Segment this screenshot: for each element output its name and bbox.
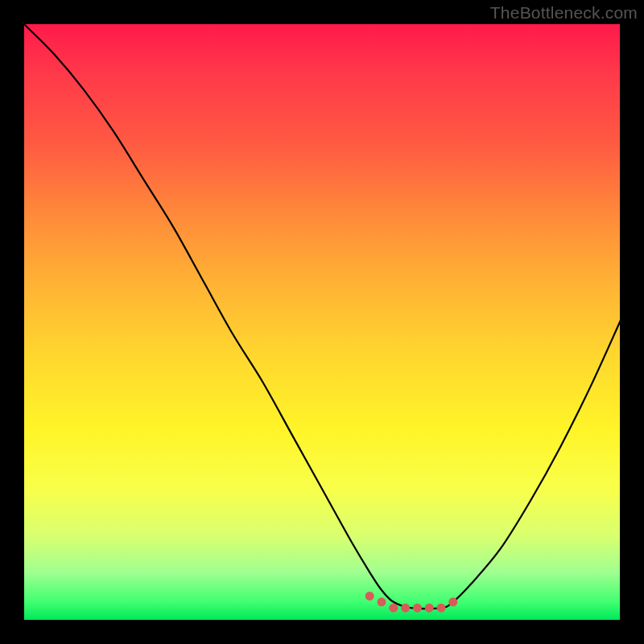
- curve-marker-dot: [378, 597, 386, 606]
- curve-marker-dot: [401, 604, 410, 613]
- bottleneck-curve-svg: [24, 24, 620, 620]
- chart-plot-area: [24, 24, 620, 620]
- curve-marker-dot: [437, 604, 446, 613]
- curve-path: [24, 24, 620, 609]
- curve-marker-dot: [413, 604, 422, 613]
- curve-marker-dot: [365, 592, 374, 601]
- curve-marker-dot: [389, 604, 398, 613]
- curve-marker-dot: [448, 597, 457, 606]
- curve-marker-group: [365, 592, 458, 613]
- watermark-text: TheBottleneck.com: [490, 3, 638, 23]
- curve-marker-dot: [425, 604, 434, 613]
